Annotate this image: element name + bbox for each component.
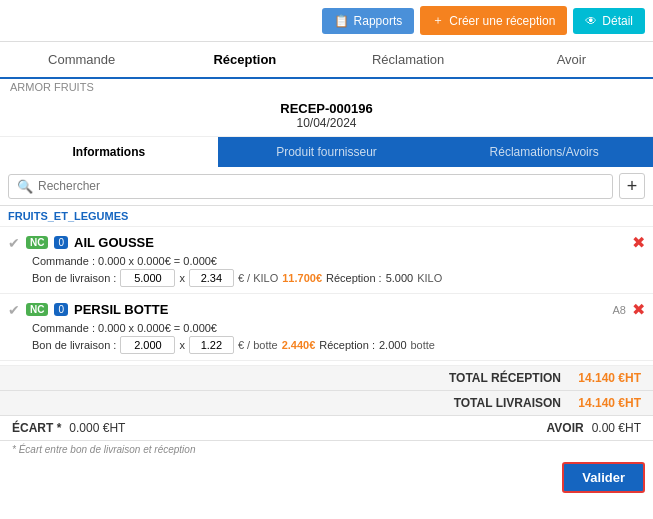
livraison-qty-input[interactable] [120, 336, 175, 354]
valider-row: Valider [0, 458, 653, 497]
rapports-icon: 📋 [334, 14, 349, 28]
total-livraison-label: TOTAL LIVRAISON [12, 396, 561, 410]
product-livraison: Bon de livraison : x € / botte 2.440€ Ré… [32, 336, 645, 354]
plus-icon: ＋ [432, 12, 444, 29]
livraison-total: 2.440€ [282, 339, 316, 351]
livraison-total: 11.700€ [282, 272, 322, 284]
avoir-label: AVOIR [547, 421, 584, 435]
avoir-value: 0.00 €HT [592, 421, 641, 435]
product-livraison: Bon de livraison : x € / KILO 11.700€ Ré… [32, 269, 645, 287]
search-input[interactable] [38, 179, 604, 193]
ecart-value: 0.000 €HT [69, 421, 125, 435]
product-row: ✔ NC 0 AIL GOUSSE ✖ Commande : 0.000 x 0… [0, 227, 653, 294]
product-name: PERSIL BOTTE [74, 302, 603, 317]
product-code: A8 [613, 304, 626, 316]
livraison-unit: € / KILO [238, 272, 278, 284]
product-commande: Commande : 0.000 x 0.000€ = 0.000€ [32, 255, 645, 267]
livraison-qty-input[interactable] [120, 269, 175, 287]
add-product-button[interactable]: + [619, 173, 645, 199]
main-tabs: Commande Réception Réclamation Avoir [0, 42, 653, 79]
sub-header: RECEP-000196 10/04/2024 [0, 95, 653, 137]
delete-product-button[interactable]: ✖ [632, 300, 645, 319]
category-label: FRUITS_ET_LEGUMES [0, 206, 653, 227]
detail-button[interactable]: 👁 Détail [573, 8, 645, 34]
product-row: ✔ NC 0 PERSIL BOTTE A8 ✖ Commande : 0.00… [0, 294, 653, 361]
delete-product-button[interactable]: ✖ [632, 233, 645, 252]
reception-date: 10/04/2024 [0, 116, 653, 130]
toolbar: 📋 Rapports ＋ Créer une réception 👁 Détai… [0, 0, 653, 42]
livraison-label: Bon de livraison : [32, 339, 116, 351]
livraison-price-input[interactable] [189, 269, 234, 287]
check-icon: ✔ [8, 302, 20, 318]
num-badge: 0 [54, 303, 68, 316]
livraison-multiply: x [179, 272, 185, 284]
search-icon: 🔍 [17, 179, 33, 194]
livraison-price-input[interactable] [189, 336, 234, 354]
ecart-label: ÉCART * [12, 421, 61, 435]
reception-label: Réception : [319, 339, 375, 351]
valider-button[interactable]: Valider [562, 462, 645, 493]
rapports-button[interactable]: 📋 Rapports [322, 8, 415, 34]
reception-unit: botte [411, 339, 435, 351]
reception-qty: 2.000 [379, 339, 407, 351]
reception-unit: KILO [417, 272, 442, 284]
total-livraison-row: TOTAL LIVRAISON 14.140 €HT [0, 391, 653, 416]
ecart-row: ÉCART * 0.000 €HT AVOIR 0.00 €HT [0, 416, 653, 441]
livraison-label: Bon de livraison : [32, 272, 116, 284]
sub-tab-reclamations-avoirs[interactable]: Réclamations/Avoirs [435, 137, 653, 167]
product-header: ✔ NC 0 AIL GOUSSE ✖ [8, 233, 645, 252]
creer-reception-button[interactable]: ＋ Créer une réception [420, 6, 567, 35]
product-commande: Commande : 0.000 x 0.000€ = 0.000€ [32, 322, 645, 334]
tab-commande[interactable]: Commande [0, 42, 163, 79]
num-badge: 0 [54, 236, 68, 249]
search-input-wrap: 🔍 [8, 174, 613, 199]
nc-badge: NC [26, 236, 48, 249]
product-name: AIL GOUSSE [74, 235, 626, 250]
eye-icon: 👁 [585, 14, 597, 28]
search-row: 🔍 + [0, 167, 653, 206]
totals-section: TOTAL RÉCEPTION 14.140 €HT TOTAL LIVRAIS… [0, 365, 653, 497]
product-header: ✔ NC 0 PERSIL BOTTE A8 ✖ [8, 300, 645, 319]
sub-tabs: Informations Produit fournisseur Réclama… [0, 137, 653, 167]
sub-tab-informations[interactable]: Informations [0, 137, 218, 167]
total-reception-value: 14.140 €HT [561, 371, 641, 385]
sub-tab-produit-fournisseur[interactable]: Produit fournisseur [218, 137, 436, 167]
tab-avoir[interactable]: Avoir [490, 42, 653, 79]
reception-label: Réception : [326, 272, 382, 284]
total-livraison-value: 14.140 €HT [561, 396, 641, 410]
footer-note: * Écart entre bon de livraison et récept… [0, 441, 653, 458]
livraison-unit: € / botte [238, 339, 278, 351]
reception-id: RECEP-000196 [0, 101, 653, 116]
nc-badge: NC [26, 303, 48, 316]
total-reception-row: TOTAL RÉCEPTION 14.140 €HT [0, 366, 653, 391]
company-name: ARMOR FRUITS [0, 79, 653, 95]
tab-reclamation[interactable]: Réclamation [327, 42, 490, 79]
total-reception-label: TOTAL RÉCEPTION [12, 371, 561, 385]
tab-reception[interactable]: Réception [163, 42, 326, 79]
livraison-multiply: x [179, 339, 185, 351]
check-icon: ✔ [8, 235, 20, 251]
reception-qty: 5.000 [386, 272, 414, 284]
